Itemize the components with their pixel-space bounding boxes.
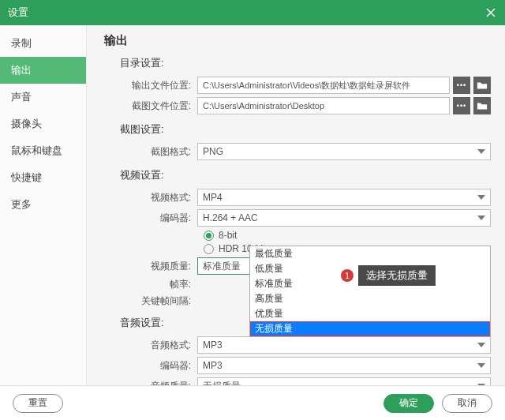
sidebar-item-camera[interactable]: 摄像头 [0,111,86,137]
video-format-label: 视频格式: [104,191,197,204]
screenshot-format-value: PNG [203,146,223,157]
audio-format-select[interactable]: MP3 [197,336,491,354]
reset-button[interactable]: 重置 [13,394,63,413]
output-loc-folder-button[interactable] [473,77,491,94]
audio-format-label: 音频格式: [104,339,197,352]
audio-quality-select[interactable]: 无损质量 [197,377,491,385]
quality-option-selected[interactable]: 无损质量 [250,321,490,336]
section-dir-title: 目录设置: [120,56,491,70]
video-format-value: MP4 [203,192,223,203]
screenshot-loc-folder-button[interactable] [473,97,491,114]
page-title: 输出 [104,33,491,48]
video-encoder-label: 编码器: [104,212,197,225]
callout-number: 1 [341,269,354,282]
audio-encoder-select[interactable]: MP3 [197,357,491,374]
bit-8-radio[interactable]: 8-bit [204,230,491,241]
footer: 重置 确定 取消 [0,385,505,420]
chevron-down-icon [477,149,485,154]
titlebar: 设置 [0,0,505,25]
video-quality-value: 标准质量 [203,260,241,273]
screenshot-loc-label: 截图文件位置: [104,99,197,113]
screenshot-loc-browse-button[interactable]: ••• [453,97,470,114]
cancel-button[interactable]: 取消 [442,394,492,413]
quality-option[interactable]: 最低质量 [250,246,490,261]
screenshot-format-label: 截图格式: [104,145,197,159]
radio-icon [204,244,214,254]
sidebar-item-mouse-keyboard[interactable]: 鼠标和键盘 [0,137,86,164]
video-quality-dropdown: 最低质量 低质量 标准质量 高质量 优质量 无损质量 [249,246,491,337]
video-encoder-select[interactable]: H.264 + AAC [197,209,491,227]
output-loc-field[interactable]: C:\Users\Administrator\Videos\数据蛙\数据蛙录屏软… [197,77,450,94]
close-icon[interactable] [484,6,497,19]
audio-quality-value: 无损质量 [203,380,241,386]
chevron-down-icon [477,216,485,220]
sidebar-item-more[interactable]: 更多 [0,191,86,218]
callout-text: 选择无损质量 [358,265,436,286]
audio-encoder-label: 编码器: [104,359,197,373]
section-video-title: 视频设置: [120,168,491,182]
sidebar-item-record[interactable]: 录制 [0,30,86,57]
sidebar: 录制 输出 声音 摄像头 鼠标和键盘 快捷键 更多 [0,25,87,385]
video-keyframe-label: 关键帧间隔: [104,294,197,308]
output-loc-label: 输出文件位置: [104,79,197,92]
window-title: 设置 [8,6,28,20]
sidebar-item-hotkeys[interactable]: 快捷键 [0,164,86,191]
quality-option[interactable]: 高质量 [250,291,490,306]
sidebar-item-output[interactable]: 输出 [0,57,86,84]
section-screenshot-title: 截图设置: [120,122,491,137]
chevron-down-icon [477,363,485,368]
chevron-down-icon [477,343,485,347]
radio-icon [204,231,214,241]
screenshot-loc-field[interactable]: C:\Users\Administrator\Desktop [197,97,450,114]
chevron-down-icon [477,195,485,200]
callout: 1 选择无损质量 [341,265,436,286]
video-encoder-value: H.264 + AAC [203,212,258,223]
quality-option[interactable]: 优质量 [250,306,490,321]
audio-quality-label: 音频质量: [104,380,197,386]
video-quality-label: 视频质量: [104,260,197,273]
ok-button[interactable]: 确定 [383,394,434,413]
audio-encoder-value: MP3 [203,360,223,371]
sidebar-item-sound[interactable]: 声音 [0,84,86,111]
video-fps-label: 帧率: [104,278,197,291]
audio-format-value: MP3 [203,339,223,351]
bit-8-label: 8-bit [219,230,237,241]
video-format-select[interactable]: MP4 [197,189,491,206]
screenshot-format-select[interactable]: PNG [197,143,491,160]
output-loc-browse-button[interactable]: ••• [453,77,470,94]
